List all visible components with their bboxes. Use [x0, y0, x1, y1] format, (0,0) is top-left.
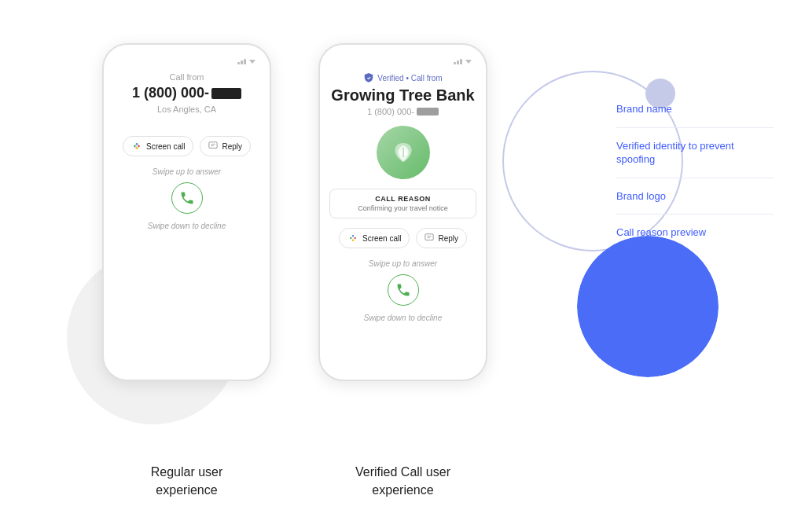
svg-rect-5	[209, 142, 217, 149]
annotation-verified-identity: Verified identity to prevent spoofing	[616, 139, 774, 167]
reply-label-right: Reply	[438, 234, 458, 243]
phone-num-right-text: 1 (800) 000-	[367, 107, 414, 116]
signal-bars-right	[454, 59, 462, 64]
phone-labels-row: Regular userexperience Verified Call use…	[102, 464, 487, 499]
bg-blue-solid	[577, 236, 719, 377]
brand-logo-icon	[388, 138, 418, 167]
phones-row: Call from 1 (800) 000- Los Angles, CA	[102, 43, 487, 381]
call-reason-title: CALL REASON	[338, 195, 468, 203]
swipe-up-text-left: Swipe up to answer	[153, 167, 221, 176]
svg-point-1	[136, 143, 138, 145]
phone-call-icon-right	[388, 274, 419, 306]
chevron-down-icon	[249, 60, 255, 64]
verified-call-from-label: Verified • Call from	[377, 74, 442, 83]
sig-bar-r2	[457, 61, 459, 64]
google-assistant-icon-right	[347, 233, 358, 244]
svg-point-4	[134, 145, 135, 147]
annotation-sep-1	[616, 127, 774, 128]
annotation-call-reason: Call reason preview	[616, 226, 774, 240]
phone-left-statusbar	[113, 59, 260, 64]
annotation-sep-2	[616, 178, 774, 178]
annotation-brand-name: Brand name	[616, 102, 774, 116]
reply-label-left: Reply	[222, 142, 242, 151]
scene: Call from 1 (800) 000- Los Angles, CA	[0, 0, 805, 532]
phone-right-statusbar	[329, 59, 476, 64]
phone-right: Verified • Call from Growing Tree Bank 1…	[318, 43, 487, 381]
svg-rect-14	[425, 234, 433, 240]
phone-num-text: 1 (800) 000-	[132, 85, 209, 101]
swipe-down-text-right: Swipe down to decline	[364, 314, 443, 322]
sig-bar-2	[241, 61, 243, 64]
phone-handset-icon-right	[395, 282, 411, 298]
annotation-panel: Brand name Verified identity to prevent …	[616, 102, 774, 240]
screen-call-button-right[interactable]: Screen call	[339, 228, 410, 248]
phone-handset-icon-left	[179, 190, 195, 206]
brand-logo-circle	[377, 126, 430, 179]
screen-call-label-left: Screen call	[146, 142, 185, 151]
svg-point-10	[352, 235, 354, 237]
chevron-down-icon-right	[465, 60, 472, 64]
reply-button-right[interactable]: Reply	[416, 228, 467, 248]
phone-left: Call from 1 (800) 000- Los Angles, CA	[102, 43, 271, 381]
phone-label-right: Verified Call userexperience	[318, 464, 487, 499]
call-reason-desc: Confirming your travel notice	[338, 204, 468, 212]
signal-bars-left	[237, 59, 246, 64]
call-reason-box: CALL REASON Confirming your travel notic…	[329, 189, 476, 218]
swipe-down-text-left: Swipe down to decline	[148, 222, 226, 230]
google-assistant-icon-left	[131, 141, 142, 152]
phone-call-icon-left	[171, 182, 203, 214]
reply-button-left[interactable]: Reply	[200, 136, 251, 156]
phone-number-left: 1 (800) 000-	[132, 85, 241, 101]
svg-point-11	[355, 237, 356, 239]
redacted-number-right	[417, 108, 439, 116]
swipe-up-text-right: Swipe up to answer	[369, 259, 437, 268]
verified-shield-icon	[363, 72, 374, 83]
action-buttons-right: Screen call Reply	[339, 228, 467, 248]
svg-point-13	[350, 237, 351, 239]
screen-call-label-right: Screen call	[362, 234, 401, 243]
phone-number-right: 1 (800) 000-	[367, 107, 439, 116]
annotation-brand-logo: Brand logo	[616, 189, 774, 204]
phone-label-left: Regular userexperience	[102, 464, 271, 499]
sig-bar-r1	[454, 62, 456, 64]
svg-point-2	[138, 145, 140, 147]
call-from-label: Call from	[169, 72, 204, 82]
brand-name-text: Growing Tree Bank	[331, 86, 474, 105]
sig-bar-r3	[460, 59, 462, 64]
reply-icon-left	[208, 141, 218, 151]
svg-point-12	[352, 240, 354, 241]
svg-point-3	[136, 148, 138, 149]
redacted-number-left	[211, 88, 241, 99]
action-buttons-left: Screen call Reply	[123, 136, 251, 156]
sig-bar-1	[237, 62, 240, 64]
annotation-sep-3	[616, 214, 774, 215]
location-label: Los Angles, CA	[157, 105, 216, 114]
sig-bar-3	[244, 59, 246, 64]
verified-badge-row: Verified • Call from	[363, 72, 442, 83]
phone-left-content: Call from 1 (800) 000- Los Angles, CA	[113, 72, 260, 369]
phone-right-content: Verified • Call from Growing Tree Bank 1…	[329, 72, 476, 369]
screen-call-button-left[interactable]: Screen call	[123, 136, 193, 156]
reply-icon-right	[425, 233, 434, 243]
svg-point-9	[347, 233, 358, 244]
